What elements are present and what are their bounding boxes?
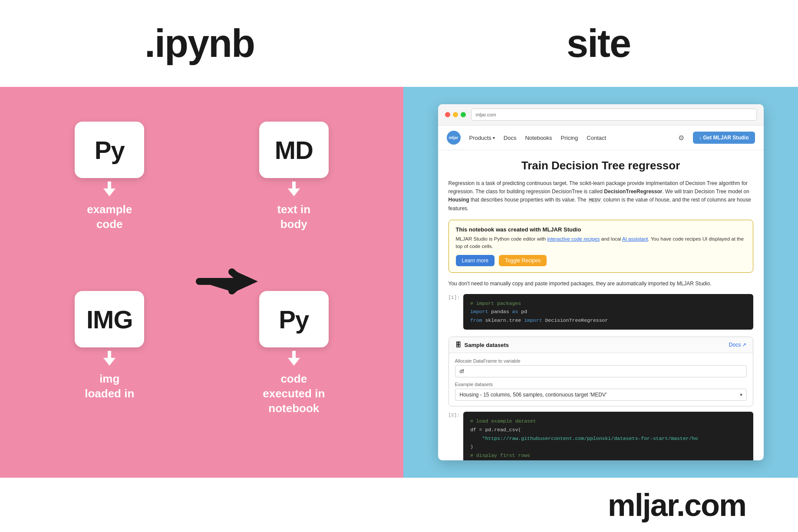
- code-line-num-1: [1]:: [448, 294, 460, 330]
- notebook-item-py-code: Py examplecode: [17, 113, 202, 282]
- py-exec-label: Py: [279, 305, 309, 334]
- datasets-select-wrapper: Housing - 15 columns, 506 samples, conti…: [455, 389, 747, 401]
- md-body-description: text inbody: [277, 202, 310, 232]
- img-load-label: IMG: [86, 305, 133, 334]
- get-studio-button[interactable]: ↓ Get MLJAR Studio: [693, 132, 755, 144]
- browser-nav: mljar.com: [438, 104, 764, 126]
- database-icon: 🗄: [455, 341, 461, 348]
- dot-green: [461, 112, 466, 117]
- py-code-label: Py: [95, 135, 125, 165]
- left-panel: Py examplecode MD text inbody IMG: [0, 87, 403, 478]
- nav-docs[interactable]: Docs: [504, 135, 517, 141]
- browser-dots: [445, 112, 466, 117]
- bottom-footer: mljar.com: [0, 478, 798, 532]
- dot-red: [445, 112, 450, 117]
- footer-brand: mljar.com: [608, 487, 746, 523]
- big-right-arrow: [195, 264, 264, 301]
- nav-pricing[interactable]: Pricing: [561, 135, 578, 141]
- py-exec-description: codeexecuted innotebook: [263, 372, 325, 416]
- browser-url-bar: mljar.com: [471, 109, 757, 121]
- py-code-description: examplecode: [87, 202, 132, 232]
- code2-display-comment: # display first rows: [470, 451, 746, 460]
- code-line-num-2: [2]:: [448, 412, 460, 460]
- promo-title: This notebook was created with MLJAR Stu…: [456, 226, 746, 233]
- interactive-recipes-link[interactable]: interactive code recipes: [547, 236, 600, 241]
- arrow-down-md: [288, 182, 300, 196]
- toggle-recipes-button[interactable]: Toggle Recipes: [499, 255, 547, 266]
- notebook-item-md-body: MD text inbody: [202, 113, 386, 282]
- site-nav: mljar Products Docs Notebooks Pricing Co…: [438, 126, 764, 150]
- code-block-2-container: [2]: # load example dataset df = pd.read…: [448, 412, 753, 460]
- learn-more-button[interactable]: Learn more: [456, 255, 495, 266]
- md-body-card: MD: [259, 122, 329, 178]
- dataset-docs-link[interactable]: Docs ↗: [729, 342, 747, 348]
- ai-assistant-link[interactable]: AI assistant: [622, 236, 648, 241]
- code-line-comment: # import packages: [470, 299, 746, 308]
- py-exec-card: Py: [259, 291, 329, 347]
- code2-url: "https://raw.githubusercontent.com/pplon…: [470, 434, 746, 443]
- dot-yellow: [453, 112, 458, 117]
- code-block-1: # import packages import pandas as pd fr…: [463, 294, 753, 330]
- code-decisiontreeregressor: DecisionTreeRegressor: [604, 188, 662, 195]
- site-content: Train Decision Tree regressor Regression…: [438, 150, 764, 460]
- nav-contact[interactable]: Contact: [587, 135, 606, 141]
- mljar-logo: mljar: [447, 131, 461, 145]
- md-body-label: MD: [275, 135, 313, 165]
- notebook-item-img-load: IMG imgloaded in: [17, 282, 202, 452]
- left-label-container: .ipynb: [0, 21, 399, 66]
- ipynb-label: .ipynb: [145, 21, 254, 66]
- code2-close: ): [470, 443, 746, 451]
- code-block-2: # load example dataset df = pd.read_csv(…: [463, 412, 753, 460]
- page-title: Train Decision Tree regressor: [448, 159, 753, 172]
- promo-text: MLJAR Studio is Python code editor with …: [456, 235, 746, 251]
- img-load-card: IMG: [75, 291, 144, 347]
- browser-mockup: mljar.com mljar Products Docs Notebooks …: [438, 104, 764, 460]
- nav-products[interactable]: Products: [469, 135, 495, 141]
- arrow-down-img: [103, 351, 115, 366]
- code-block-1-container: [1]: # import packages import pandas as …: [448, 294, 753, 330]
- variable-input[interactable]: [455, 365, 747, 377]
- promo-buttons: Learn more Toggle Recipes: [456, 255, 746, 266]
- dataset-title: Sample datasets: [465, 342, 509, 348]
- variable-label: Allocate DataFrame to variable: [455, 358, 747, 363]
- arrow-down-py: [103, 182, 115, 196]
- right-label-container: site: [399, 21, 798, 66]
- datasets-select[interactable]: Housing - 15 columns, 506 samples, conti…: [455, 389, 747, 401]
- code2-comment: # load example dataset: [470, 417, 746, 426]
- img-load-description: imgloaded in: [85, 372, 134, 401]
- py-code-card: Py: [75, 122, 144, 178]
- code-line-import-tree: from sklearn.tree import DecisionTreeReg…: [470, 316, 746, 325]
- code-medv: MEDV: [588, 197, 602, 203]
- settings-icon[interactable]: ⚙: [678, 134, 684, 142]
- top-labels: .ipynb site: [0, 0, 798, 87]
- dataset-header-left: 🗄 Sample datasets: [455, 341, 509, 348]
- page-description: Regression is a task of predicting conti…: [448, 179, 753, 213]
- notebook-item-py-exec: Py codeexecuted innotebook: [202, 282, 386, 452]
- dataset-panel: 🗄 Sample datasets Docs ↗ Allocate DataFr…: [448, 337, 753, 406]
- promo-box: This notebook was created with MLJAR Stu…: [448, 220, 753, 273]
- code-line-import-pandas: import pandas as pd: [470, 307, 746, 316]
- right-panel: mljar.com mljar Products Docs Notebooks …: [403, 87, 798, 478]
- dataset-body: Allocate DataFrame to variable Example d…: [449, 353, 753, 406]
- site-label: site: [567, 21, 630, 66]
- nav-items: Products Docs Notebooks Pricing Contact: [469, 135, 669, 141]
- main-content: Py examplecode MD text inbody IMG: [0, 87, 798, 478]
- code2-read-csv: df = pd.read_csv(: [470, 426, 746, 434]
- code-housing: Housing: [448, 197, 469, 203]
- datasets-label: Example datasets: [455, 382, 747, 387]
- nav-notebooks[interactable]: Notebooks: [525, 135, 552, 141]
- dataset-panel-header: 🗄 Sample datasets Docs ↗: [449, 337, 753, 353]
- arrow-down-py-exec: [288, 351, 300, 366]
- auto-import-text: You don't need to manually copy and past…: [448, 280, 753, 288]
